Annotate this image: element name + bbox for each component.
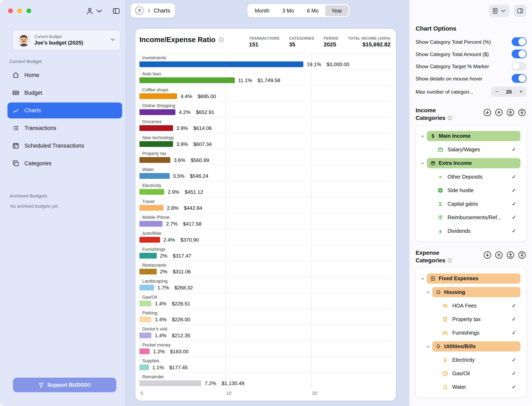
category-item-side-hustle[interactable]: Side hustle✓ xyxy=(419,184,523,197)
bar-row-mobile-phone[interactable]: Mobile Phone2.7%$417.58 xyxy=(139,213,392,229)
bar-category-label: Pocket money xyxy=(139,341,392,348)
checkmark-icon: ✓ xyxy=(511,330,517,336)
bar-percent-label: 1.4% xyxy=(155,317,166,322)
bar-percent-label: 19.1% xyxy=(307,61,321,67)
categories-icon xyxy=(12,160,20,167)
category-item-name: Furnishings xyxy=(452,330,480,336)
collapse-all-button[interactable] xyxy=(506,250,515,260)
bar-row-gas-oil[interactable]: Gas/Oil1.4%$226.51 xyxy=(139,292,392,309)
bar-percent-label: 11.1% xyxy=(238,77,252,83)
support-button[interactable]: Support BUDGIX! xyxy=(13,378,116,392)
bar-row-furnishings[interactable]: Furnishings2%$317.47 xyxy=(139,245,392,261)
bar-row-parking[interactable]: Parking1.4%$226.00 xyxy=(139,309,392,325)
category-item-electricity[interactable]: Electricity✓ xyxy=(419,353,523,367)
sidebar-item-transactions[interactable]: Transactions xyxy=(7,120,122,136)
category-item-salary-wages[interactable]: Salary/Wages✓ xyxy=(419,143,523,156)
toggle-left-sidebar-button[interactable] xyxy=(112,7,120,16)
sidebar-item-label: Home xyxy=(24,72,39,78)
bar-row-restaurants[interactable]: Restaurants2%$311.06 xyxy=(139,261,392,277)
category-item-capital-gains[interactable]: ΣCapital gains✓ xyxy=(419,197,523,211)
bar-row-property-tax[interactable]: Property tax3.6%$560.89 xyxy=(139,149,392,165)
segment-3-mo[interactable]: 3 Mo xyxy=(276,5,301,16)
sidebar-item-budget[interactable]: Budget xyxy=(7,85,122,101)
account-menu-button[interactable] xyxy=(86,7,104,15)
decrement-button[interactable]: − xyxy=(491,87,503,97)
info-icon[interactable] xyxy=(219,37,224,43)
category-item-hoa-fees[interactable]: HOA Fees✓ xyxy=(419,299,523,313)
bar-row-groceries[interactable]: Groceries3.9%$614.06 xyxy=(139,117,392,133)
bar-row-electricity[interactable]: Electricity2.9%$451.12 xyxy=(139,181,392,197)
bar-row-investments[interactable]: Investments19.1%$3,000.00 xyxy=(139,53,392,69)
bar-row-water[interactable]: Water3.5%$546.24 xyxy=(139,165,392,181)
category-item-furnishings[interactable]: Furnishings✓ xyxy=(419,326,523,340)
minimize-window-button[interactable] xyxy=(17,8,22,13)
sidebar-item-categories[interactable]: Categories xyxy=(7,155,122,171)
checkmark-icon: ✓ xyxy=(511,174,517,180)
move-category-up-button[interactable] xyxy=(495,108,504,117)
category-group-extra-income[interactable]: Extra Income xyxy=(419,156,523,170)
segment-year[interactable]: Year xyxy=(325,5,349,16)
segment-6-mo[interactable]: 6 Mo xyxy=(301,5,325,16)
expand-all-button[interactable] xyxy=(518,108,527,117)
sidebar-item-home[interactable]: Home xyxy=(7,67,122,83)
expand-all-button[interactable] xyxy=(518,250,527,260)
bar-percent-label: 1.4% xyxy=(155,333,166,338)
toggle-switch-show-category-total-percent[interactable] xyxy=(512,37,527,46)
chart-card: Income/Expense Ratio TRANSACTIONS151CATE… xyxy=(136,29,396,401)
chart-style-menu-button[interactable] xyxy=(489,5,510,17)
chart-rows: Investments19.1%$3,000.00Auto loan11.1%$… xyxy=(139,53,392,388)
checkmark-icon: ✓ xyxy=(511,303,517,309)
bar-row-online-shopping[interactable]: Online Shopping4.2%$652.91 xyxy=(139,101,392,117)
budget-selector[interactable]: Current Budget Joe's budget (2025) xyxy=(12,30,121,50)
bar-amount-label: $183.00 xyxy=(170,348,189,354)
bar-row-auto-bike[interactable]: Auto/Bike2.4%$370.90 xyxy=(139,229,392,245)
toggle-row-show-details-on-mouse-hover: Show details on mouse hover xyxy=(416,72,527,85)
toggle-right-panel-button[interactable] xyxy=(514,5,527,17)
toggle-switch-show-details-on-mouse-hover[interactable] xyxy=(512,74,527,83)
bar-row-pocket-money[interactable]: Pocket money1.2%$183.00 xyxy=(139,340,392,356)
category-group-utilities-bills[interactable]: Utilities/Bills xyxy=(419,340,523,353)
income-categories-title: Income Categories xyxy=(416,107,467,122)
sidebar-item-charts[interactable]: Charts xyxy=(7,102,122,118)
category-item-name: Reimbursements/Ref... xyxy=(447,215,501,221)
category-item-gas-oil[interactable]: Gas/Oil✓ xyxy=(419,367,523,381)
x-axis: 01020 xyxy=(139,388,392,398)
move-category-down-button[interactable] xyxy=(483,108,492,117)
move-category-down-button[interactable] xyxy=(483,250,492,260)
zoom-window-button[interactable] xyxy=(27,8,31,13)
bar-percent-label: 4.4% xyxy=(181,93,192,99)
bar-row-auto-loan[interactable]: Auto loan11.1%$1,749.58 xyxy=(139,69,392,85)
bar-row-landscaping[interactable]: Landscaping1.7%$268.32 xyxy=(139,276,392,292)
bar-row-new-technology[interactable]: New technology3.9%$607.34 xyxy=(139,133,392,149)
bar-category-label: Online Shopping xyxy=(139,102,392,108)
bar-percent-label: 2.4% xyxy=(163,237,175,243)
collapse-all-button[interactable] xyxy=(506,108,515,117)
bar-row-travel[interactable]: Travel2.8%$442.84 xyxy=(139,197,392,213)
close-window-button[interactable] xyxy=(8,8,13,13)
bar-row-supplies[interactable]: Supplies1.1%$177.45 xyxy=(139,356,392,372)
info-icon[interactable] xyxy=(447,258,452,263)
category-item-water[interactable]: Water✓ xyxy=(419,381,523,394)
toggle-switch-show-category-target-marker[interactable] xyxy=(512,62,527,71)
info-icon[interactable] xyxy=(447,115,452,121)
bar-row-coffee-shops[interactable]: Coffee shops4.4%$695.00 xyxy=(139,85,392,101)
bar-row-remainder[interactable]: Remainder7.2%$1,130.49 xyxy=(139,372,392,388)
move-category-up-button[interactable] xyxy=(495,250,504,260)
category-item-dividends[interactable]: ±Dividends✓ xyxy=(419,224,523,238)
toggle-switch-show-category-total-amount[interactable] xyxy=(512,50,527,58)
arrow-up-circle-icon xyxy=(495,250,504,260)
category-group-main-income[interactable]: $Main Income xyxy=(419,129,523,143)
increment-button[interactable]: + xyxy=(515,87,527,97)
help-button[interactable]: ? xyxy=(136,6,144,14)
category-item-other-deposits[interactable]: =Other Deposits✓ xyxy=(419,170,523,183)
sidebar-item-scheduled-transactions[interactable]: Scheduled Transactions xyxy=(7,138,122,154)
bar-amount-label: $442.84 xyxy=(184,205,202,210)
category-group-fixed-expenses[interactable]: Fixed Expenses xyxy=(419,272,523,285)
segment-month[interactable]: Month xyxy=(248,5,276,16)
bar-row-doctor-s-visit[interactable]: Doctor's visit1.4%$212.35 xyxy=(139,324,392,340)
bar-category-label: Auto/Bike xyxy=(139,229,392,236)
category-item-property-tax[interactable]: Property tax✓ xyxy=(419,313,523,326)
category-group-housing[interactable]: Housing xyxy=(419,285,523,299)
back-button[interactable]: Charts xyxy=(147,7,170,14)
category-item-reimbursements-ref[interactable]: Reimbursements/Ref...✓ xyxy=(419,211,523,224)
